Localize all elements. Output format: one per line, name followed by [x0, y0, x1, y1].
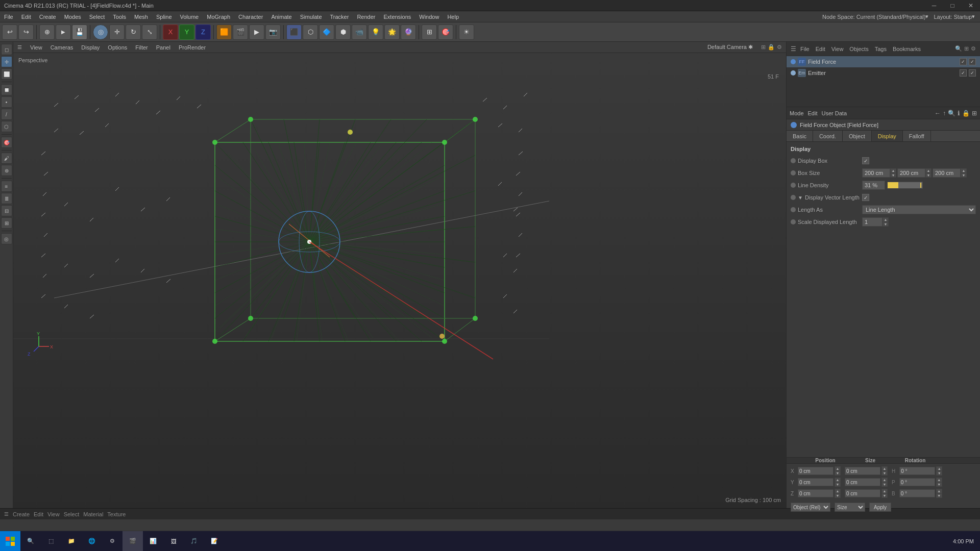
box-size-x[interactable]: [862, 168, 890, 178]
bb-create[interactable]: Create: [13, 511, 30, 517]
scale-display-up[interactable]: ▲: [883, 217, 889, 222]
rot-p-down[interactable]: ▼: [936, 482, 942, 487]
menu-window[interactable]: Window: [415, 11, 443, 22]
move-left-tool[interactable]: ✛: [1, 56, 12, 67]
pos-x-up[interactable]: ▲: [835, 466, 841, 471]
menu-spline[interactable]: Spline: [152, 11, 176, 22]
obj-settings-icon[interactable]: ⚙: [971, 45, 976, 52]
layer3-tool[interactable]: ⊟: [1, 205, 12, 216]
taskbar-settings[interactable]: ⚙: [102, 531, 122, 552]
snap-btn[interactable]: 🎯: [438, 24, 453, 40]
menu-extensions[interactable]: Extensions: [379, 11, 415, 22]
object-entry-emitter[interactable]: Em Emitter ✓ ✓: [787, 67, 980, 79]
ff-cb1[interactable]: ✓: [960, 58, 967, 65]
pos-z-down[interactable]: ▼: [835, 493, 841, 498]
menu-simulate[interactable]: Simulate: [296, 11, 326, 22]
box-size-y-up[interactable]: ▲: [925, 168, 932, 173]
size-x-down[interactable]: ▼: [881, 471, 888, 475]
viewport[interactable]: ☰ View Cameras Display Options Filter Pa…: [13, 42, 786, 508]
selection-tool[interactable]: ◻: [1, 44, 12, 55]
snap-tool[interactable]: 🎯: [1, 137, 12, 148]
rot-h-up[interactable]: ▲: [936, 466, 942, 471]
x-axis-btn[interactable]: X: [163, 24, 178, 40]
bb-view[interactable]: View: [47, 511, 60, 517]
bb-edit[interactable]: Edit: [34, 511, 43, 517]
box-size-x-down[interactable]: ▼: [890, 173, 896, 178]
vp-settings-icon[interactable]: ⚙: [777, 44, 782, 51]
particle-btn[interactable]: 🌟: [384, 24, 400, 40]
bottom-hamburger[interactable]: ☰: [4, 511, 9, 517]
length-as-select[interactable]: Line Length Velocity Fixed: [862, 205, 976, 214]
size-z-input[interactable]: [845, 489, 880, 497]
camera-btn[interactable]: 📹: [352, 24, 367, 40]
size-x-up[interactable]: ▲: [881, 466, 888, 471]
prop-info-btn[interactable]: ℹ: [958, 110, 960, 117]
size-z-down[interactable]: ▼: [881, 493, 888, 498]
obj-tags-btn[interactable]: Tags: [873, 45, 889, 53]
prop-expand-btn[interactable]: ⊞: [972, 110, 977, 117]
tab-falloff[interactable]: Falloff: [903, 131, 931, 141]
filter-icon[interactable]: ⊞: [964, 45, 969, 52]
pos-x-input[interactable]: [798, 467, 834, 475]
size-z-up[interactable]: ▲: [881, 489, 888, 493]
open-button[interactable]: ▶: [56, 24, 71, 40]
rot-p-up[interactable]: ▲: [936, 478, 942, 482]
soft-sel[interactable]: ◎: [1, 233, 12, 244]
layout-selector[interactable]: Layout: Startup ▾: [934, 13, 980, 20]
field-btn[interactable]: 🔮: [401, 24, 416, 40]
vp-lock-icon[interactable]: 🔒: [768, 44, 775, 51]
paint-tool[interactable]: 🖌: [1, 153, 12, 164]
start-button[interactable]: [0, 531, 20, 552]
menu-mograph[interactable]: MoGraph: [203, 11, 234, 22]
taskbar-app4[interactable]: 🎵: [184, 531, 204, 552]
vp-menu-display[interactable]: Display: [81, 44, 100, 51]
scale-tool[interactable]: ⤡: [142, 24, 157, 40]
menu-tools[interactable]: Tools: [109, 11, 130, 22]
transform-mode-select[interactable]: Size Position Rotation: [835, 503, 865, 512]
model-mode[interactable]: 🔲: [1, 84, 12, 95]
layer4-tool[interactable]: ⊞: [1, 217, 12, 229]
box-size-z-down[interactable]: ▼: [961, 173, 967, 178]
taskbar-explorer[interactable]: 📁: [61, 531, 82, 552]
sculpt-tool[interactable]: ⊛: [1, 165, 12, 176]
layer-tool[interactable]: ≡: [1, 181, 12, 192]
line-density-input[interactable]: [862, 181, 885, 190]
tab-display[interactable]: Display: [872, 131, 903, 141]
box-size-z-up[interactable]: ▲: [961, 168, 967, 173]
light-btn[interactable]: 💡: [368, 24, 383, 40]
menu-animate[interactable]: Animate: [267, 11, 296, 22]
object-tool[interactable]: ◎: [93, 24, 108, 40]
obj-objects-btn[interactable]: Objects: [847, 45, 870, 53]
menu-create[interactable]: Create: [35, 11, 60, 22]
prop-userdata-btn[interactable]: User Data: [822, 110, 847, 116]
close-button[interactable]: ✕: [962, 0, 980, 11]
size-x-input[interactable]: [845, 467, 880, 475]
render-view-btn[interactable]: 🎬: [233, 24, 248, 40]
menu-help[interactable]: Help: [443, 11, 463, 22]
save-button[interactable]: 💾: [72, 24, 87, 40]
redo-button[interactable]: ↪: [18, 24, 34, 40]
size-y-input[interactable]: [845, 478, 880, 486]
undo-button[interactable]: ↩: [2, 24, 17, 40]
taskbar-app2[interactable]: 📊: [143, 531, 163, 552]
bb-texture[interactable]: Texture: [107, 511, 126, 517]
rot-p-input[interactable]: [899, 478, 935, 486]
taskbar-app3[interactable]: 🖼: [163, 531, 184, 552]
nurbs-btn[interactable]: ⬡: [303, 24, 318, 40]
poly-mode[interactable]: ⬡: [1, 121, 12, 132]
em-cb2[interactable]: ✓: [969, 69, 976, 77]
z-axis-btn[interactable]: Z: [195, 24, 211, 40]
display-vector-checkbox[interactable]: ✓: [862, 194, 869, 201]
rot-h-input[interactable]: [899, 467, 935, 475]
ipr-btn[interactable]: 📷: [265, 24, 281, 40]
rot-b-input[interactable]: [899, 489, 935, 497]
taskbar-search[interactable]: 🔍: [20, 531, 41, 552]
size-y-down[interactable]: ▼: [881, 482, 888, 487]
y-axis-btn[interactable]: Y: [179, 24, 194, 40]
menu-character[interactable]: Character: [234, 11, 267, 22]
grid-btn[interactable]: ⊞: [422, 24, 437, 40]
pos-x-down[interactable]: ▼: [835, 471, 841, 475]
object-mode-btn[interactable]: 🟧: [216, 24, 232, 40]
obj-file-btn[interactable]: File: [798, 45, 812, 53]
box-size-y[interactable]: [897, 168, 925, 178]
